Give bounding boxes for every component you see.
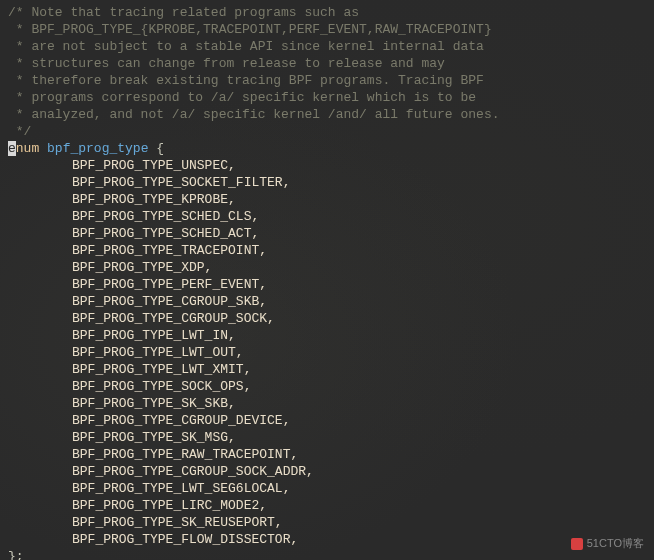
enum-type-name: bpf_prog_type [47, 141, 148, 156]
enum-value: BPF_PROG_TYPE_LIRC_MODE2, [8, 497, 646, 514]
enum-value: BPF_PROG_TYPE_SK_REUSEPORT, [8, 514, 646, 531]
enum-value: BPF_PROG_TYPE_UNSPEC, [8, 157, 646, 174]
comment-line: * are not subject to a stable API since … [8, 38, 646, 55]
enum-value: BPF_PROG_TYPE_RAW_TRACEPOINT, [8, 446, 646, 463]
enum-value: BPF_PROG_TYPE_SOCK_OPS, [8, 378, 646, 395]
enum-value: BPF_PROG_TYPE_LWT_IN, [8, 327, 646, 344]
comment-line: * analyzed, and not /a/ specific kernel … [8, 106, 646, 123]
enum-value: BPF_PROG_TYPE_LWT_SEG6LOCAL, [8, 480, 646, 497]
cursor-position: e [8, 141, 16, 156]
comment-line: * structures can change from release to … [8, 55, 646, 72]
enum-value: BPF_PROG_TYPE_KPROBE, [8, 191, 646, 208]
enum-value: BPF_PROG_TYPE_CGROUP_SKB, [8, 293, 646, 310]
close-brace: }; [8, 548, 646, 560]
watermark-logo-icon [571, 538, 583, 550]
watermark: 51CTO博客 [571, 535, 644, 552]
enum-value: BPF_PROG_TYPE_SCHED_CLS, [8, 208, 646, 225]
enum-value: BPF_PROG_TYPE_LWT_XMIT, [8, 361, 646, 378]
code-block: /* Note that tracing related programs su… [8, 4, 646, 560]
enum-keyword: num [16, 141, 39, 156]
enum-value: BPF_PROG_TYPE_SK_SKB, [8, 395, 646, 412]
enum-value: BPF_PROG_TYPE_TRACEPOINT, [8, 242, 646, 259]
enum-value: BPF_PROG_TYPE_LWT_OUT, [8, 344, 646, 361]
enum-value: BPF_PROG_TYPE_SK_MSG, [8, 429, 646, 446]
comment-line: */ [8, 123, 646, 140]
enum-value: BPF_PROG_TYPE_SOCKET_FILTER, [8, 174, 646, 191]
enum-value: BPF_PROG_TYPE_CGROUP_DEVICE, [8, 412, 646, 429]
enum-value: BPF_PROG_TYPE_PERF_EVENT, [8, 276, 646, 293]
open-brace: { [148, 141, 164, 156]
comment-line: * therefore break existing tracing BPF p… [8, 72, 646, 89]
enum-value: BPF_PROG_TYPE_CGROUP_SOCK, [8, 310, 646, 327]
enum-value: BPF_PROG_TYPE_CGROUP_SOCK_ADDR, [8, 463, 646, 480]
enum-value: BPF_PROG_TYPE_XDP, [8, 259, 646, 276]
enum-declaration-line: enum bpf_prog_type { [8, 140, 646, 157]
comment-line: * programs correspond to /a/ specific ke… [8, 89, 646, 106]
enum-value: BPF_PROG_TYPE_SCHED_ACT, [8, 225, 646, 242]
watermark-text: 51CTO博客 [587, 535, 644, 552]
comment-line: * BPF_PROG_TYPE_{KPROBE,TRACEPOINT,PERF_… [8, 21, 646, 38]
comment-line: /* Note that tracing related programs su… [8, 4, 646, 21]
enum-value: BPF_PROG_TYPE_FLOW_DISSECTOR, [8, 531, 646, 548]
